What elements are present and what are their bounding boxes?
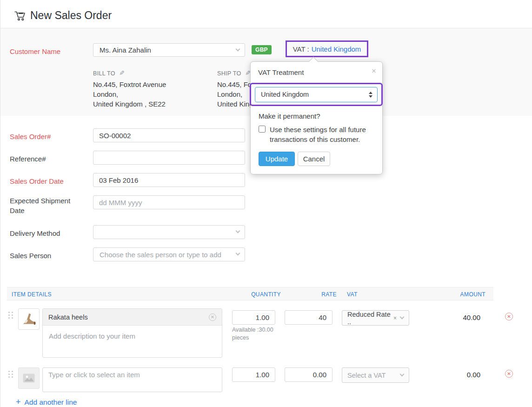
add-another-line-link[interactable]: + Add another line bbox=[16, 397, 77, 407]
rate-input-row2[interactable] bbox=[285, 367, 332, 382]
remove-vat-icon[interactable]: × bbox=[393, 315, 397, 321]
sales-order-number-input[interactable] bbox=[93, 128, 245, 142]
permanent-checkbox[interactable] bbox=[259, 126, 266, 133]
sales-order-date-label: Sales Order Date bbox=[10, 176, 89, 186]
col-item-details: ITEM DETAILS bbox=[12, 291, 52, 298]
customer-name-label: Customer Name bbox=[10, 47, 89, 56]
drag-handle[interactable] bbox=[8, 371, 13, 378]
expected-shipment-date-input[interactable] bbox=[93, 195, 245, 209]
select-spinner-icon bbox=[369, 92, 372, 98]
make-permanent-text: Make it permanent? bbox=[259, 112, 320, 120]
sales-order-number-label: Sales Order# bbox=[10, 132, 89, 141]
cart-icon bbox=[14, 10, 26, 23]
sales-person-label: Sales Person bbox=[10, 251, 89, 260]
bill-to-label: BILL TO bbox=[93, 70, 115, 77]
vat-treatment-link[interactable]: VAT : United Kingdom bbox=[286, 40, 368, 57]
delete-row-icon[interactable]: ✕ bbox=[505, 370, 513, 378]
expected-shipment-date-label: Expected Shipment bbox=[10, 196, 89, 206]
availability-text: pieces bbox=[232, 334, 273, 342]
delete-row-icon[interactable]: ✕ bbox=[505, 313, 513, 320]
col-vat: VAT bbox=[347, 291, 358, 298]
vat-link-prefix: VAT : bbox=[293, 45, 309, 53]
plus-icon: + bbox=[16, 397, 21, 407]
quantity-input-row2[interactable] bbox=[232, 367, 275, 382]
page-header: New Sales Order bbox=[0, 0, 532, 28]
sales-person-placeholder: Choose the sales person or type to add bbox=[100, 251, 221, 259]
col-quantity: QUANTITY bbox=[251, 291, 281, 298]
chevron-down-icon bbox=[400, 314, 405, 319]
vat-select-row2[interactable]: Select a VAT bbox=[342, 367, 409, 383]
reference-input[interactable] bbox=[93, 151, 245, 165]
bill-to-line: United Kingdom , SE22 bbox=[93, 99, 166, 109]
drag-handle[interactable] bbox=[8, 312, 13, 319]
customer-name-value: Ms. Aina Zahalin bbox=[100, 46, 151, 54]
item-name-field[interactable]: Rakata heels ✕ bbox=[43, 309, 222, 326]
update-button[interactable]: Update bbox=[259, 152, 295, 166]
delivery-method-label: Delivery Method bbox=[10, 228, 89, 238]
clear-item-icon[interactable]: ✕ bbox=[209, 314, 216, 321]
item-name-value: Rakata heels bbox=[48, 314, 88, 321]
customer-name-select[interactable]: Ms. Aina Zahalin bbox=[93, 43, 245, 57]
popover-title: VAT Treatment bbox=[258, 68, 304, 76]
vat-link-value: United Kingdom bbox=[312, 45, 361, 53]
item-select-input-row2[interactable] bbox=[42, 367, 222, 392]
photo-icon bbox=[23, 374, 35, 383]
chevron-down-icon bbox=[236, 229, 240, 234]
vat-treatment-popover: VAT Treatment × United Kingdom Make it p… bbox=[250, 61, 383, 174]
reference-label: Reference# bbox=[10, 154, 89, 164]
sales-order-date-input[interactable] bbox=[93, 173, 245, 187]
bill-to-line: London, bbox=[93, 89, 166, 99]
vat-country-value: United Kingdom bbox=[261, 91, 309, 98]
availability-text: Available :30.00 bbox=[232, 326, 273, 334]
bill-to-block: BILL TO ✎ No.445, Foxtrot Avenue London,… bbox=[93, 69, 166, 109]
col-amount: AMOUNT bbox=[460, 291, 485, 298]
amount-row2: 0.00 bbox=[443, 371, 480, 379]
vat-select-row1[interactable]: Reduced Rate .. × bbox=[342, 310, 409, 326]
delivery-method-select[interactable] bbox=[93, 225, 245, 239]
page-title: New Sales Order bbox=[30, 9, 112, 22]
col-rate: RATE bbox=[321, 291, 337, 298]
vat-select-value: Reduced Rate .. bbox=[347, 311, 392, 326]
quantity-input-row1[interactable] bbox=[232, 310, 275, 325]
heel-shoe-image bbox=[20, 310, 38, 328]
edit-ship-to-icon[interactable]: ✎ bbox=[245, 69, 251, 77]
vat-select-highlight: United Kingdom bbox=[250, 83, 383, 106]
chevron-down-icon bbox=[400, 372, 405, 376]
item-description-field[interactable]: Add description to your item bbox=[43, 326, 222, 347]
chevron-down-icon bbox=[236, 47, 240, 51]
ship-to-label: SHIP TO bbox=[217, 70, 241, 77]
new-sales-order-page: New Sales Order Customer Name Ms. Aina Z… bbox=[0, 0, 532, 407]
cancel-button[interactable]: Cancel bbox=[298, 152, 330, 166]
items-table-header: ITEM DETAILS QUANTITY RATE VAT AMOUNT bbox=[7, 287, 493, 300]
close-icon[interactable]: × bbox=[372, 67, 376, 76]
expected-shipment-date-label: Date bbox=[10, 206, 89, 215]
item-thumbnail[interactable] bbox=[18, 308, 40, 330]
currency-badge: GBP bbox=[252, 45, 272, 54]
checkbox-label-line: Use these settings for all future bbox=[270, 125, 366, 134]
rate-input-row1[interactable] bbox=[285, 310, 332, 325]
checkbox-label-line: transactions of this customer. bbox=[270, 134, 366, 144]
item-entry-row1: Rakata heels ✕ Add description to your i… bbox=[42, 308, 222, 358]
add-line-label: Add another line bbox=[25, 398, 77, 407]
vat-select-placeholder: Select a VAT bbox=[347, 372, 386, 379]
amount-row1: 40.00 bbox=[443, 314, 480, 321]
edit-bill-to-icon[interactable]: ✎ bbox=[119, 69, 125, 77]
chevron-down-icon bbox=[236, 251, 240, 256]
item-image-placeholder bbox=[18, 367, 40, 389]
sales-person-select[interactable]: Choose the sales person or type to add bbox=[93, 247, 245, 261]
vat-country-select[interactable]: United Kingdom bbox=[255, 87, 378, 102]
bill-to-line: No.445, Foxtrot Avenue bbox=[93, 80, 166, 89]
